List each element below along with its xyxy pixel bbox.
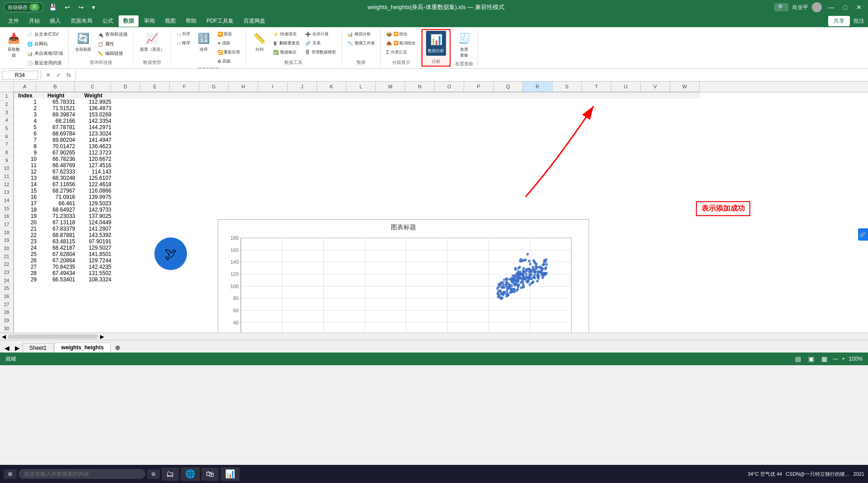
cell-r5-c15[interactable]: [465, 118, 494, 124]
cell-r27-c2[interactable]: 129.7244: [75, 257, 111, 264]
cell-r28-c1[interactable]: 70.84235: [37, 264, 75, 270]
cell-r21-c3[interactable]: [111, 219, 141, 226]
row-num-15[interactable]: 15: [0, 204, 14, 213]
cell-r18-c21[interactable]: [641, 200, 671, 207]
cell-r25-c21[interactable]: [641, 245, 671, 251]
row-num-17[interactable]: 17: [0, 221, 14, 229]
cell-r6-c18[interactable]: [553, 124, 582, 130]
cell-r8-c16[interactable]: [494, 137, 523, 143]
header-cell-0[interactable]: Index: [14, 92, 37, 99]
cell-r11-c16[interactable]: [494, 156, 523, 162]
header-cell-3[interactable]: [111, 92, 141, 99]
cell-r20-c16[interactable]: [494, 213, 523, 219]
scroll-tabs-left[interactable]: ◀: [2, 343, 12, 353]
cell-r24-c22[interactable]: [671, 238, 700, 245]
row-num-21[interactable]: 21: [0, 252, 14, 261]
cell-r16-c11[interactable]: [347, 188, 376, 194]
add-sheet-button[interactable]: ⊕: [111, 343, 124, 353]
cell-r9-c14[interactable]: [435, 143, 465, 150]
menu-pdf[interactable]: PDF工具集: [202, 15, 238, 27]
cell-r7-c18[interactable]: [553, 130, 582, 137]
cell-r11-c0[interactable]: 10: [14, 156, 37, 162]
cell-r29-c20[interactable]: [612, 270, 641, 276]
cell-r10-c10[interactable]: [317, 150, 347, 156]
header-cell-15[interactable]: [465, 92, 494, 99]
cell-r13-c6[interactable]: [200, 169, 229, 175]
row-num-30[interactable]: 30: [0, 324, 14, 333]
cell-reference-input[interactable]: [2, 71, 38, 80]
cell-r20-c18[interactable]: [553, 213, 582, 219]
cell-r11-c8[interactable]: [259, 156, 288, 162]
cell-r16-c2[interactable]: 116.0866: [75, 188, 111, 194]
cell-r10-c6[interactable]: [200, 150, 229, 156]
cell-r11-c12[interactable]: [376, 156, 406, 162]
cell-r15-c3[interactable]: [111, 181, 141, 188]
cell-r3-c0[interactable]: 2: [14, 105, 37, 111]
undo-button[interactable]: ↩: [62, 3, 73, 12]
col-header-q[interactable]: Q: [494, 82, 523, 92]
cell-r10-c13[interactable]: [406, 150, 435, 156]
cell-r2-c3[interactable]: [111, 99, 141, 105]
page-break-view-button[interactable]: ▦: [820, 354, 829, 363]
cell-r17-c19[interactable]: [582, 194, 612, 200]
cell-r18-c1[interactable]: 66.461: [37, 200, 75, 207]
manage-model-button[interactable]: 🗄管理数据模型: [303, 48, 338, 57]
cell-r13-c15[interactable]: [465, 169, 494, 175]
cell-r14-c4[interactable]: [141, 175, 170, 181]
cell-r22-c5[interactable]: [170, 226, 200, 232]
cell-r2-c2[interactable]: 112.9925: [75, 99, 111, 105]
cell-r9-c9[interactable]: [288, 143, 317, 150]
cell-r29-c5[interactable]: [170, 270, 200, 276]
cell-r19-c18[interactable]: [553, 207, 582, 213]
cell-r20-c21[interactable]: [641, 213, 671, 219]
header-cell-10[interactable]: [317, 92, 347, 99]
cell-r11-c5[interactable]: [170, 156, 200, 162]
row-num-10[interactable]: 10: [0, 164, 14, 173]
cell-r2-c9[interactable]: [288, 99, 317, 105]
cell-r23-c21[interactable]: [641, 232, 671, 238]
col-header-t[interactable]: T: [582, 82, 611, 92]
cell-r8-c11[interactable]: [347, 137, 376, 143]
cell-r9-c0[interactable]: 8: [14, 143, 37, 150]
col-header-p[interactable]: P: [464, 82, 494, 92]
cell-r17-c13[interactable]: [406, 194, 435, 200]
cell-r19-c9[interactable]: [288, 207, 317, 213]
cell-r29-c0[interactable]: 28: [14, 270, 37, 276]
cell-r22-c21[interactable]: [641, 226, 671, 232]
cell-r18-c5[interactable]: [170, 200, 200, 207]
col-header-v[interactable]: V: [641, 82, 670, 92]
menu-insert[interactable]: 插入: [45, 15, 65, 27]
header-cell-7[interactable]: [229, 92, 259, 99]
cell-r2-c0[interactable]: 1: [14, 99, 37, 105]
cell-r2-c4[interactable]: [141, 99, 170, 105]
cell-r13-c8[interactable]: [259, 169, 288, 175]
cell-r17-c18[interactable]: [553, 194, 582, 200]
filter-button[interactable]: 🔽筛选: [216, 30, 242, 39]
cell-r5-c12[interactable]: [376, 118, 406, 124]
cell-r30-c5[interactable]: [170, 276, 200, 283]
cell-r20-c15[interactable]: [465, 213, 494, 219]
col-header-o[interactable]: O: [435, 82, 464, 92]
col-header-s[interactable]: S: [552, 82, 582, 92]
cell-r6-c7[interactable]: [229, 124, 259, 130]
cell-r3-c8[interactable]: [259, 105, 288, 111]
cell-r10-c0[interactable]: 9: [14, 150, 37, 156]
header-cell-2[interactable]: Weight: [75, 92, 111, 99]
cell-r20-c7[interactable]: [229, 213, 259, 219]
cell-r26-c20[interactable]: [612, 251, 641, 257]
cell-r8-c9[interactable]: [288, 137, 317, 143]
cell-r13-c9[interactable]: [288, 169, 317, 175]
cell-r2-c10[interactable]: [317, 99, 347, 105]
col-header-h[interactable]: H: [229, 82, 258, 92]
cell-r20-c1[interactable]: 71.23033: [37, 213, 75, 219]
cell-r4-c7[interactable]: [229, 111, 259, 118]
cell-r13-c16[interactable]: [494, 169, 523, 175]
col-header-f[interactable]: F: [170, 82, 199, 92]
cell-r18-c4[interactable]: [141, 200, 170, 207]
col-header-g[interactable]: G: [199, 82, 229, 92]
cell-r19-c13[interactable]: [406, 207, 435, 213]
cell-r12-c5[interactable]: [170, 162, 200, 169]
cell-r20-c10[interactable]: [317, 213, 347, 219]
cell-r25-c20[interactable]: [612, 245, 641, 251]
cell-r12-c2[interactable]: 127.4516: [75, 162, 111, 169]
